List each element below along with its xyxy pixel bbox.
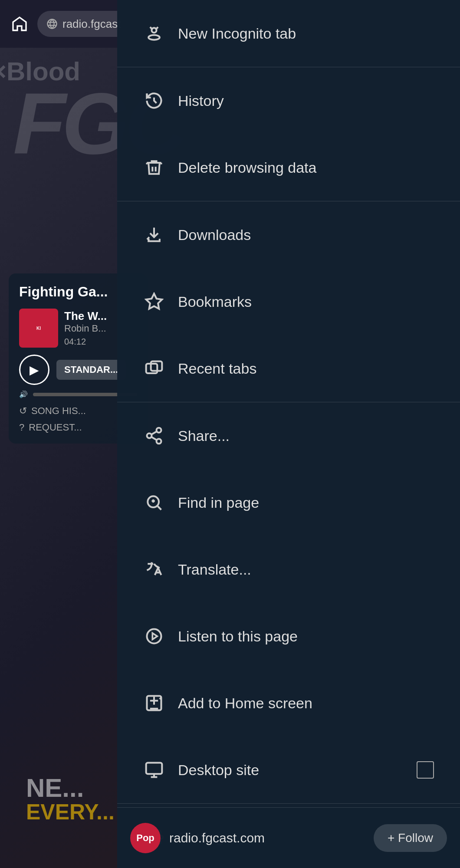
desktop-site-checkbox[interactable] [417, 761, 434, 779]
song-history-label: SONG HIS... [31, 405, 86, 417]
svg-point-14 [147, 434, 152, 438]
every-watermark: EVERY... [26, 799, 115, 825]
menu-label-find-in-page: Find in page [178, 494, 434, 511]
find-icon [143, 492, 165, 513]
translate-icon [143, 559, 165, 580]
menu-label-add-to-home: Add to Home screen [178, 695, 434, 712]
menu-item-add-to-home[interactable]: Add to Home screen [117, 670, 460, 736]
menu-item-desktop-site[interactable]: Desktop site [117, 736, 460, 803]
svg-point-0 [48, 20, 57, 29]
ne-watermark: NE... [26, 773, 84, 803]
menu-item-history[interactable]: History [117, 67, 460, 134]
svg-point-4 [148, 35, 160, 40]
star-icon [143, 291, 165, 312]
menu-label-downloads: Downloads [178, 227, 434, 243]
incognito-icon [143, 23, 165, 44]
recent-tabs-icon [143, 358, 165, 379]
history-icon: ↺ [19, 405, 27, 417]
share-icon [143, 425, 165, 447]
add-home-icon [143, 692, 165, 714]
svg-line-5 [150, 27, 152, 29]
context-menu: New Incognito tab History [117, 0, 460, 868]
menu-label-recent-tabs: Recent tabs [178, 360, 434, 377]
menu-item-listen-to-page[interactable]: Listen to this page [117, 603, 460, 670]
volume-icon: 🔊 [19, 390, 28, 398]
menu-item-bookmarks[interactable]: Bookmarks [117, 268, 460, 335]
menu-label-history: History [178, 92, 434, 109]
menu-label-new-incognito-tab: New Incognito tab [178, 25, 434, 42]
menu-footer: Pop radio.fgcast.com + Follow [117, 807, 460, 868]
follow-label: + Follow [388, 831, 433, 845]
svg-point-13 [157, 428, 161, 433]
home-icon[interactable] [9, 13, 30, 35]
menu-label-share: Share... [178, 427, 434, 444]
menu-label-listen-to-page: Listen to this page [178, 628, 434, 645]
standard-button[interactable]: STANDAR... [56, 360, 126, 380]
menu-item-recent-tabs[interactable]: Recent tabs [117, 335, 460, 402]
svg-marker-10 [146, 294, 162, 309]
menu-item-delete-browsing-data[interactable]: Delete browsing data [117, 134, 460, 201]
logo-text: Pop [136, 832, 154, 844]
menu-item-downloads[interactable]: Downloads [117, 201, 460, 268]
menu-label-bookmarks: Bookmarks [178, 293, 434, 310]
follow-button[interactable]: + Follow [374, 824, 447, 852]
menu-label-translate: Translate... [178, 561, 434, 578]
url-text: radio.fgcast [62, 17, 121, 31]
play-button[interactable]: ▶ [19, 355, 49, 385]
svg-point-3 [152, 28, 157, 33]
menu-item-new-incognito-tab[interactable]: New Incognito tab [117, 0, 460, 67]
downloads-icon [143, 224, 165, 246]
svg-line-19 [158, 506, 161, 510]
svg-line-6 [157, 27, 158, 29]
svg-point-15 [157, 439, 161, 444]
album-art: KI [19, 309, 58, 348]
menu-item-share[interactable]: Share... [117, 402, 460, 469]
svg-marker-21 [152, 633, 157, 640]
menu-label-delete-browsing-data: Delete browsing data [178, 159, 434, 176]
request-label: REQUEST... [29, 422, 82, 433]
svg-rect-25 [146, 763, 162, 774]
svg-line-17 [151, 431, 157, 434]
trash-icon [143, 157, 165, 178]
menu-label-desktop-site: Desktop site [178, 762, 404, 779]
request-icon: ? [19, 422, 24, 433]
site-logo: Pop [130, 823, 161, 853]
footer-site-url: radio.fgcast.com [169, 831, 365, 845]
play-circle-icon [143, 625, 165, 647]
history-icon [143, 90, 165, 112]
menu-item-translate[interactable]: Translate... [117, 536, 460, 603]
svg-point-20 [147, 629, 161, 644]
desktop-icon [143, 759, 165, 781]
menu-list: New Incognito tab History [117, 0, 460, 868]
svg-line-16 [151, 437, 157, 440]
menu-item-find-in-page[interactable]: Find in page [117, 469, 460, 536]
